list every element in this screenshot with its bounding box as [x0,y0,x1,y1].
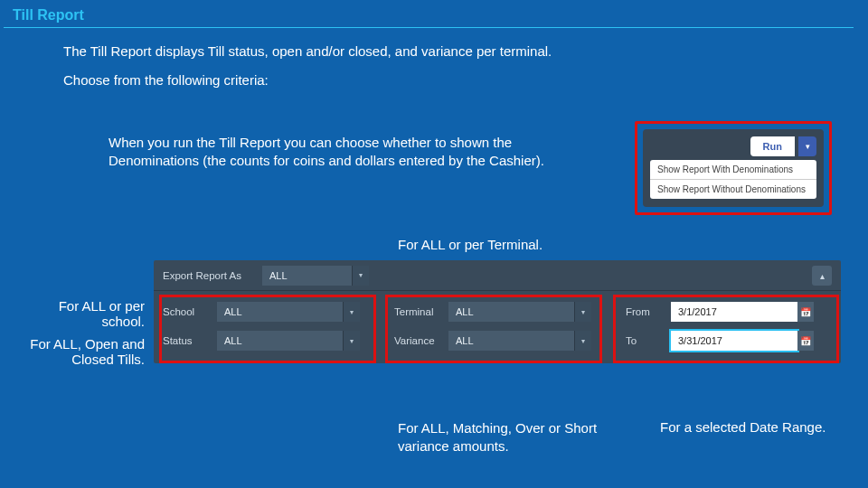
export-caret[interactable]: ▾ [353,266,369,286]
run-caret-button[interactable]: ▾ [798,136,816,156]
run-menu-item-with[interactable]: Show Report With Denominations [650,160,816,180]
intro-line-2: Choose from the following criteria: [63,71,868,89]
chevron-down-icon: ▾ [581,308,585,316]
filter-panel: Export Report As ALL ▾ ▴ School ALL ▾ Te… [154,260,841,363]
to-calendar-button[interactable]: 📅 [797,331,814,351]
caption-school: For ALL or per school. [54,298,145,329]
caption-daterange: For a selected Date Range. [660,419,826,435]
collapse-button[interactable]: ▴ [812,266,832,286]
status-select[interactable]: ALL [217,331,344,351]
variance-select[interactable]: ALL [448,331,575,351]
variance-label: Variance [394,335,448,346]
caption-tills: For ALL, Open and Closed Tills. [25,336,145,367]
run-button[interactable]: Run [750,136,795,156]
terminal-label: Terminal [394,306,448,317]
from-label: From [626,306,671,317]
school-select[interactable]: ALL [217,302,344,322]
calendar-icon: 📅 [800,336,811,346]
from-calendar-button[interactable]: 📅 [797,302,814,322]
chevron-down-icon: ▾ [350,337,354,345]
chevron-down-icon: ▾ [581,337,585,345]
school-caret[interactable]: ▾ [344,302,360,322]
caption-variance: For ALL, Matching, Over or Short varianc… [398,419,615,455]
run-menu-item-without[interactable]: Show Report Without Denominations [650,180,816,199]
terminal-caret[interactable]: ▾ [575,302,591,322]
caption-terminal: For ALL or per Terminal. [398,237,542,252]
run-menu: Show Report With Denominations Show Repo… [650,160,816,199]
to-date-input[interactable]: 3/31/2017 [671,331,797,351]
filter-grid: School ALL ▾ Terminal ALL ▾ From 3/1/201… [154,291,841,363]
to-label: To [626,335,671,346]
chevron-down-icon: ▾ [806,142,810,151]
intro-line-1: The Till Report displays Till status, op… [63,42,868,61]
chevron-up-icon: ▴ [820,271,825,281]
export-label: Export Report As [163,270,262,281]
run-dropdown-highlight: Run ▾ Show Report With Denominations Sho… [635,121,832,215]
intro-block: The Till Report displays Till status, op… [0,28,868,89]
terminal-select[interactable]: ALL [448,302,575,322]
export-select[interactable]: ALL [262,266,353,286]
export-row: Export Report As ALL ▾ ▴ [154,260,841,291]
from-date-input[interactable]: 3/1/2017 [671,302,797,322]
school-label: School [163,306,217,317]
status-label: Status [163,335,217,346]
chevron-down-icon: ▾ [359,271,363,279]
chevron-down-icon: ▾ [350,308,354,316]
calendar-icon: 📅 [800,307,811,317]
denominations-note: When you run the Till Report you can cho… [108,134,579,169]
run-dropdown-panel: Run ▾ Show Report With Denominations Sho… [643,129,824,207]
status-caret[interactable]: ▾ [344,331,360,351]
variance-caret[interactable]: ▾ [575,331,591,351]
page-title: Till Report [4,0,854,28]
